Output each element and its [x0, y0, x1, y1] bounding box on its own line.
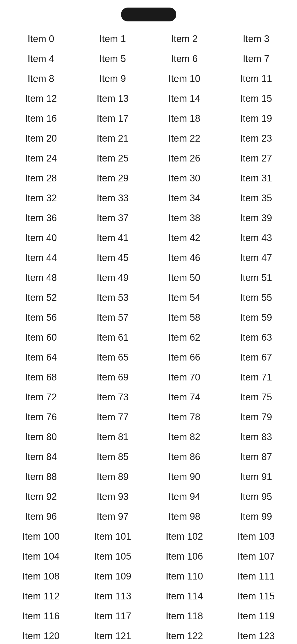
list-item: Item 19	[220, 109, 292, 128]
list-item: Item 0	[5, 29, 77, 49]
header	[0, 0, 297, 26]
list-item: Item 17	[77, 109, 149, 128]
list-item: Item 98	[149, 507, 220, 527]
list-item: Item 9	[77, 69, 149, 89]
list-item: Item 96	[5, 507, 77, 527]
list-item: Item 52	[5, 288, 77, 308]
list-item: Item 6	[149, 49, 220, 69]
list-item: Item 56	[5, 308, 77, 328]
list-item: Item 60	[5, 328, 77, 347]
list-item: Item 110	[149, 566, 220, 586]
list-item: Item 18	[149, 109, 220, 128]
list-item: Item 65	[77, 347, 149, 367]
list-item: Item 85	[77, 447, 149, 467]
list-item: Item 40	[5, 228, 77, 248]
list-item: Item 123	[220, 626, 292, 644]
list-item: Item 87	[220, 447, 292, 467]
list-item: Item 26	[149, 148, 220, 168]
list-item: Item 13	[77, 89, 149, 109]
list-item: Item 68	[5, 367, 77, 387]
list-item: Item 50	[149, 268, 220, 288]
list-item: Item 81	[77, 427, 149, 447]
list-item: Item 3	[220, 29, 292, 49]
list-item: Item 102	[149, 527, 220, 546]
list-item: Item 29	[77, 168, 149, 188]
list-item: Item 115	[220, 586, 292, 606]
list-item: Item 43	[220, 228, 292, 248]
list-item: Item 24	[5, 148, 77, 168]
list-item: Item 47	[220, 248, 292, 268]
list-item: Item 28	[5, 168, 77, 188]
list-item: Item 36	[5, 208, 77, 228]
list-item: Item 108	[5, 566, 77, 586]
list-item: Item 70	[149, 367, 220, 387]
list-item: Item 27	[220, 148, 292, 168]
list-item: Item 1	[77, 29, 149, 49]
list-item: Item 107	[220, 546, 292, 566]
list-item: Item 71	[220, 367, 292, 387]
list-item: Item 46	[149, 248, 220, 268]
list-item: Item 95	[220, 487, 292, 507]
list-item: Item 77	[77, 407, 149, 427]
list-item: Item 23	[220, 128, 292, 148]
list-item: Item 92	[5, 487, 77, 507]
list-item: Item 122	[149, 626, 220, 644]
list-item: Item 97	[77, 507, 149, 527]
list-item: Item 48	[5, 268, 77, 288]
list-item: Item 59	[220, 308, 292, 328]
list-item: Item 94	[149, 487, 220, 507]
list-item: Item 63	[220, 328, 292, 347]
list-item: Item 101	[77, 527, 149, 546]
list-item: Item 93	[77, 487, 149, 507]
list-item: Item 88	[5, 467, 77, 487]
list-item: Item 10	[149, 69, 220, 89]
list-item: Item 100	[5, 527, 77, 546]
list-item: Item 53	[77, 288, 149, 308]
list-item: Item 82	[149, 427, 220, 447]
list-item: Item 44	[5, 248, 77, 268]
list-item: Item 118	[149, 606, 220, 626]
list-item: Item 31	[220, 168, 292, 188]
list-item: Item 78	[149, 407, 220, 427]
list-item: Item 64	[5, 347, 77, 367]
list-item: Item 21	[77, 128, 149, 148]
list-item: Item 120	[5, 626, 77, 644]
list-item: Item 22	[149, 128, 220, 148]
list-item: Item 75	[220, 387, 292, 407]
list-item: Item 106	[149, 546, 220, 566]
list-item: Item 32	[5, 188, 77, 208]
list-item: Item 11	[220, 69, 292, 89]
list-item: Item 73	[77, 387, 149, 407]
list-item: Item 37	[77, 208, 149, 228]
list-item: Item 117	[77, 606, 149, 626]
list-item: Item 66	[149, 347, 220, 367]
list-item: Item 20	[5, 128, 77, 148]
list-item: Item 14	[149, 89, 220, 109]
list-item: Item 25	[77, 148, 149, 168]
list-item: Item 111	[220, 566, 292, 586]
list-item: Item 103	[220, 527, 292, 546]
list-item: Item 5	[77, 49, 149, 69]
list-item: Item 91	[220, 467, 292, 487]
list-item: Item 80	[5, 427, 77, 447]
list-item: Item 89	[77, 467, 149, 487]
list-item: Item 109	[77, 566, 149, 586]
list-item: Item 15	[220, 89, 292, 109]
list-item: Item 86	[149, 447, 220, 467]
list-item: Item 42	[149, 228, 220, 248]
list-item: Item 7	[220, 49, 292, 69]
list-item: Item 105	[77, 546, 149, 566]
list-item: Item 45	[77, 248, 149, 268]
list-item: Item 84	[5, 447, 77, 467]
list-item: Item 99	[220, 507, 292, 527]
list-item: Item 38	[149, 208, 220, 228]
list-item: Item 83	[220, 427, 292, 447]
list-item: Item 16	[5, 109, 77, 128]
list-item: Item 4	[5, 49, 77, 69]
list-item: Item 12	[5, 89, 77, 109]
list-item: Item 121	[77, 626, 149, 644]
list-item: Item 39	[220, 208, 292, 228]
list-item: Item 33	[77, 188, 149, 208]
pill-indicator	[121, 8, 176, 21]
list-item: Item 69	[77, 367, 149, 387]
